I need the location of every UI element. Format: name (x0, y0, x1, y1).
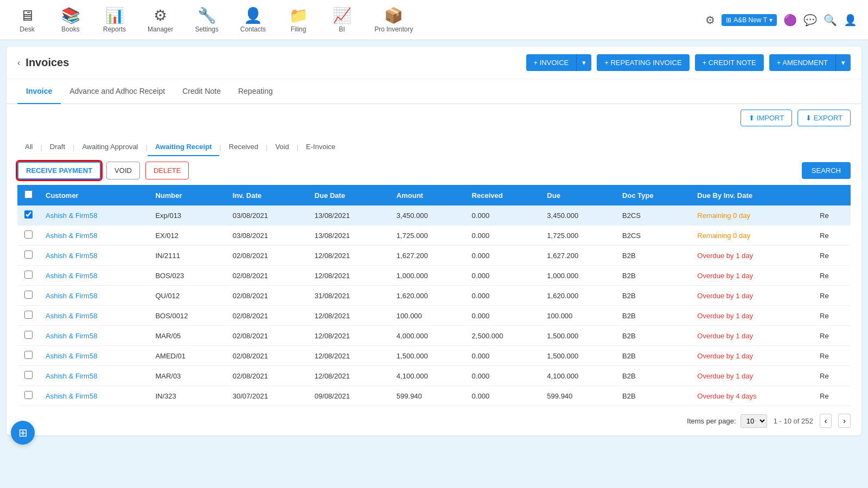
nav-books[interactable]: 📚 Books (54, 2, 87, 37)
row-received: 0.000 (465, 366, 541, 386)
row-number: AMED/01 (149, 346, 226, 366)
invoice-dropdown-button[interactable]: ▾ (576, 54, 591, 71)
nav-filing-label: Filing (291, 25, 307, 33)
row-checkbox[interactable] (24, 351, 33, 359)
row-checkbox-cell[interactable] (17, 266, 39, 286)
user-badge[interactable]: ⊞ A&B New T ▾ (722, 14, 777, 26)
filter-awaiting-receipt[interactable]: Awaiting Receipt (148, 138, 220, 156)
main-content: ‹ Invoices + INVOICE ▾ + REPEATING INVOI… (7, 47, 861, 435)
row-checkbox-cell[interactable] (17, 386, 39, 406)
row-customer[interactable]: Ashish & Firm58 (39, 346, 149, 366)
nav-filing[interactable]: 📁 Filing (282, 2, 315, 37)
invoice-button[interactable]: + INVOICE (526, 54, 577, 71)
back-button[interactable]: ‹ (17, 58, 20, 68)
row-due-by: Overdue by 1 day (691, 306, 813, 326)
row-customer[interactable]: Ashish & Firm58 (39, 266, 149, 286)
nav-bi[interactable]: 📈 BI (326, 2, 358, 37)
gear-icon[interactable]: ⚙ (705, 14, 715, 27)
import-button[interactable]: ⬆ IMPORT (741, 110, 792, 126)
filter-void[interactable]: Void (267, 138, 296, 156)
row-checkbox-cell[interactable] (17, 306, 39, 326)
row-customer[interactable]: Ashish & Firm58 (39, 306, 149, 326)
col-received: Received (465, 185, 541, 206)
row-inv-date: 03/08/2021 (226, 206, 308, 226)
search-button[interactable]: SEARCH (802, 162, 851, 179)
prev-page-button[interactable]: ‹ (820, 414, 832, 428)
chat-fab-button[interactable]: ⊞ (11, 421, 35, 442)
filter-awaiting-approval[interactable]: Awaiting Approval (74, 138, 145, 156)
row-tail: Re (813, 346, 851, 366)
credit-note-button[interactable]: + CREDIT NOTE (695, 54, 764, 71)
nav-contacts[interactable]: 👤 Contacts (235, 2, 271, 37)
delete-button[interactable]: DELETE (145, 162, 189, 179)
row-customer[interactable]: Ashish & Firm58 (39, 246, 149, 266)
row-number: BOS/023 (149, 266, 226, 286)
nav-settings[interactable]: 🔧 Settings (189, 2, 224, 37)
row-customer[interactable]: Ashish & Firm58 (39, 226, 149, 246)
row-customer[interactable]: Ashish & Firm58 (39, 286, 149, 306)
filter-einvoice[interactable]: E-Invoice (298, 138, 343, 156)
select-all-checkbox[interactable] (24, 190, 33, 198)
row-checkbox[interactable] (24, 331, 33, 339)
row-customer[interactable]: Ashish & Firm58 (39, 206, 149, 226)
next-page-button[interactable]: › (838, 414, 851, 428)
row-checkbox[interactable] (24, 291, 33, 299)
row-checkbox[interactable] (24, 371, 33, 379)
nav-manager[interactable]: ⚙ Manager (142, 2, 178, 37)
row-customer[interactable]: Ashish & Firm58 (39, 386, 149, 406)
row-checkbox[interactable] (24, 271, 33, 279)
row-number: Exp/013 (149, 206, 226, 226)
row-doc-type: B2B (616, 326, 691, 346)
amendment-button-group: + AMENDMENT ▾ (769, 54, 851, 71)
receive-payment-button[interactable]: RECEIVE PAYMENT (17, 162, 101, 179)
page-info: 1 - 10 of 252 (774, 417, 813, 425)
row-checkbox-cell[interactable] (17, 246, 39, 266)
items-per-page-label: Items per page: (687, 417, 736, 425)
notification-icon[interactable]: 💬 (803, 14, 817, 27)
row-checkbox-cell[interactable] (17, 346, 39, 366)
row-doc-type: B2B (616, 306, 691, 326)
void-button[interactable]: VOID (106, 162, 140, 179)
row-checkbox-cell[interactable] (17, 326, 39, 346)
row-checkbox[interactable] (24, 210, 33, 219)
export-button[interactable]: ⬇ EXPORT (797, 110, 851, 126)
row-checkbox[interactable] (24, 391, 33, 399)
row-due: 4,100.000 (540, 366, 616, 386)
tab-credit-note[interactable]: Credit Note (174, 79, 229, 104)
row-customer[interactable]: Ashish & Firm58 (39, 326, 149, 346)
filter-received[interactable]: Received (221, 138, 266, 156)
row-checkbox-cell[interactable] (17, 226, 39, 246)
select-all-header[interactable] (17, 185, 39, 206)
row-checkbox-cell[interactable] (17, 366, 39, 386)
row-amount: 4,000.000 (390, 326, 465, 346)
row-amount: 3,450.000 (390, 206, 465, 226)
items-per-page-select[interactable]: 10 25 50 (741, 414, 767, 428)
nav-pro-inventory[interactable]: 📦 Pro Inventory (369, 2, 418, 37)
amendment-button[interactable]: + AMENDMENT (769, 54, 835, 71)
tab-repeating[interactable]: Repeating (229, 79, 282, 104)
amendment-dropdown-button[interactable]: ▾ (835, 54, 851, 71)
search-icon[interactable]: 🔍 (824, 14, 837, 27)
row-checkbox-cell[interactable] (17, 286, 39, 306)
row-due: 100.000 (540, 306, 616, 326)
row-customer[interactable]: Ashish & Firm58 (39, 366, 149, 386)
row-checkbox[interactable] (24, 311, 33, 319)
filter-all[interactable]: All (17, 138, 40, 156)
row-number: BOS/0012 (149, 306, 226, 326)
row-checkbox[interactable] (24, 230, 33, 239)
row-inv-date: 02/08/2021 (226, 266, 308, 286)
circle-icon[interactable]: 🟣 (783, 14, 797, 27)
nav-desk[interactable]: 🖥 Desk (11, 2, 43, 37)
items-per-page: Items per page: 10 25 50 (687, 414, 767, 428)
user-dropdown-icon: ▾ (769, 16, 773, 24)
nav-reports[interactable]: 📊 Reports (98, 2, 131, 37)
row-checkbox[interactable] (24, 251, 33, 259)
row-checkbox-cell[interactable] (17, 206, 39, 226)
tab-invoice[interactable]: Invoice (17, 79, 61, 104)
filter-draft[interactable]: Draft (42, 138, 73, 156)
user-profile-icon[interactable]: 👤 (844, 14, 857, 27)
row-tail: Re (813, 286, 851, 306)
table-body: Ashish & Firm58 Exp/013 03/08/2021 13/08… (17, 206, 851, 406)
repeating-invoice-button[interactable]: + REPEATING INVOICE (597, 54, 689, 71)
tab-advance-adhoc[interactable]: Advance and Adhoc Receipt (61, 79, 174, 104)
